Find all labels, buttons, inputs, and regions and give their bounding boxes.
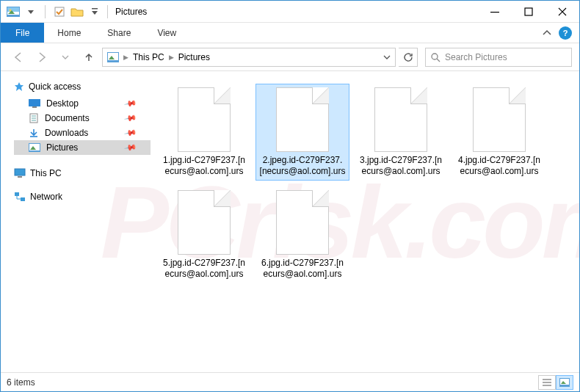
sidebar-item-documents[interactable]: Documents 📌	[14, 111, 151, 126]
svg-line-13	[437, 59, 440, 62]
separator	[45, 5, 46, 18]
breadcrumb-pictures[interactable]: Pictures	[178, 52, 210, 62]
main: Quick access Desktop 📌 Documents 📌 Downl…	[1, 71, 579, 374]
svg-rect-16	[32, 106, 37, 108]
pictures-icon	[29, 143, 40, 152]
overflow-dropdown-icon[interactable]	[87, 4, 103, 20]
ribbon: File Home Share View ?	[1, 23, 579, 43]
statusbar: 6 items	[1, 372, 579, 391]
recent-dropdown-icon[interactable]	[55, 47, 76, 68]
pin-icon: 📌	[124, 97, 138, 111]
file-item[interactable]: 3.jpg.id-C279F237.[necurs@aol.com].urs	[355, 84, 447, 180]
nav-pane: Quick access Desktop 📌 Documents 📌 Downl…	[1, 71, 151, 374]
svg-rect-2	[7, 7, 19, 12]
search-input[interactable]: Search Pictures	[425, 48, 572, 67]
blank-file-icon	[276, 87, 329, 152]
window-controls	[478, 1, 579, 23]
chevron-right-icon[interactable]: ▶	[169, 54, 174, 61]
file-view[interactable]: PCrisk.com 1.jpg.id-C279F237.[necurs@aol…	[151, 71, 579, 374]
tab-view[interactable]: View	[144, 23, 189, 43]
file-item[interactable]: 1.jpg.id-C279F237.[necurs@aol.com].urs	[158, 84, 250, 180]
maximize-button[interactable]	[512, 1, 545, 23]
svg-rect-25	[15, 169, 25, 175]
svg-rect-27	[15, 192, 19, 196]
refresh-button[interactable]	[399, 48, 418, 67]
breadcrumb-thispc[interactable]: This PC	[133, 52, 164, 62]
file-item[interactable]: 5.jpg.id-C279F237.[necurs@aol.com].urs	[158, 187, 250, 283]
svg-rect-8	[525, 8, 532, 15]
svg-rect-6	[92, 8, 98, 10]
pictures-location-icon	[107, 52, 119, 62]
search-icon	[430, 52, 441, 62]
documents-icon	[29, 113, 39, 123]
view-details-button[interactable]	[538, 375, 556, 390]
tab-home[interactable]: Home	[44, 23, 94, 43]
blank-file-icon	[374, 87, 427, 152]
file-item[interactable]: 2.jpeg.id-C279F237.[necurs@aol.com].urs	[256, 84, 349, 180]
blank-file-icon	[178, 190, 231, 255]
svg-marker-14	[15, 82, 23, 91]
app-icon	[5, 4, 21, 20]
qat-dropdown-icon[interactable]	[23, 4, 39, 20]
file-name: 3.jpg.id-C279F237.[necurs@aol.com].urs	[358, 155, 444, 177]
svg-rect-7	[490, 12, 499, 12]
tab-share[interactable]: Share	[94, 23, 144, 43]
star-icon	[14, 81, 24, 92]
svg-rect-26	[18, 176, 22, 178]
sidebar-item-network[interactable]: Network	[14, 192, 151, 202]
file-name: 5.jpg.id-C279F237.[necurs@aol.com].urs	[161, 258, 247, 280]
help-icon[interactable]: ?	[559, 26, 572, 40]
desktop-icon	[29, 99, 40, 108]
svg-rect-15	[29, 99, 40, 106]
separator	[107, 5, 108, 18]
blank-file-icon	[178, 87, 231, 152]
blank-file-icon	[276, 190, 329, 255]
navbar: ▶ This PC ▶ Pictures Search Pictures	[1, 43, 579, 71]
checkbox-properties-icon[interactable]	[51, 4, 68, 20]
sidebar-item-thispc[interactable]: This PC	[14, 168, 151, 178]
status-text: 6 items	[7, 377, 35, 388]
window-title: Pictures	[115, 7, 147, 17]
minimize-button[interactable]	[478, 1, 512, 23]
addr-dropdown-icon[interactable]	[383, 54, 391, 61]
sidebar-item-desktop[interactable]: Desktop 📌	[14, 96, 151, 111]
up-button[interactable]	[79, 47, 99, 68]
forward-button[interactable]	[32, 47, 52, 68]
pin-icon: 📌	[124, 112, 138, 126]
file-item[interactable]: 4.jpg.id-C279F237.[necurs@aol.com].urs	[453, 84, 545, 180]
blank-file-icon	[473, 87, 526, 152]
folder-icon[interactable]	[69, 4, 85, 20]
pin-icon: 📌	[124, 141, 138, 155]
quick-access-toolbar	[1, 4, 103, 20]
close-button[interactable]	[545, 1, 579, 23]
downloads-icon	[29, 128, 39, 138]
view-icons-button[interactable]	[556, 375, 573, 390]
svg-rect-28	[21, 197, 25, 201]
sidebar-item-downloads[interactable]: Downloads 📌	[14, 126, 151, 140]
back-button[interactable]	[8, 47, 29, 68]
file-tab[interactable]: File	[1, 23, 44, 43]
expand-ribbon-icon[interactable]	[543, 29, 551, 37]
file-name: 2.jpeg.id-C279F237.[necurs@aol.com].urs	[259, 155, 346, 177]
search-placeholder: Search Pictures	[445, 52, 507, 62]
file-item[interactable]: 6.jpg.id-C279F237.[necurs@aol.com].urs	[256, 187, 349, 283]
svg-point-12	[432, 54, 438, 59]
file-name: 4.jpg.id-C279F237.[necurs@aol.com].urs	[456, 155, 543, 177]
thispc-icon	[14, 168, 26, 178]
file-name: 6.jpg.id-C279F237.[necurs@aol.com].urs	[259, 258, 346, 280]
titlebar: Pictures	[1, 1, 579, 23]
file-name: 1.jpg.id-C279F237.[necurs@aol.com].urs	[161, 155, 247, 177]
network-icon	[14, 192, 26, 202]
svg-rect-5	[55, 7, 64, 16]
chevron-right-icon[interactable]: ▶	[123, 54, 128, 61]
pin-icon: 📌	[124, 126, 138, 140]
sidebar-item-pictures[interactable]: Pictures 📌	[14, 140, 151, 155]
address-bar[interactable]: ▶ This PC ▶ Pictures	[102, 48, 396, 67]
quick-access-header[interactable]: Quick access	[14, 81, 151, 92]
